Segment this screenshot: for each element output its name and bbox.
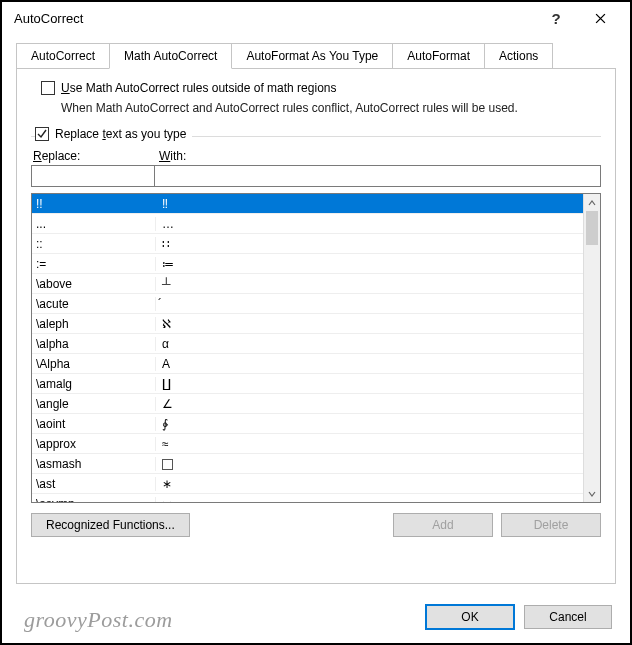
cell-replace: \acute [32,297,156,311]
cell-with: ≔ [156,257,583,271]
cell-replace: \aoint [32,417,156,431]
cell-with: … [156,217,583,231]
replacements-list[interactable]: !!‼...…::∷:=≔\above┴\acuté\alephℵ\alpha… [31,193,601,503]
header-with: With: [155,149,601,163]
cell-replace: \Alpha [32,357,156,371]
cell-with: ≈ [156,437,583,451]
cell-with: ́ [156,297,583,311]
help-button[interactable]: ? [534,4,578,32]
cell-with: ∠ [156,397,583,411]
delete-button[interactable]: Delete [501,513,601,537]
chevron-down-icon [588,490,596,498]
list-item[interactable]: \approx≈ [32,434,583,454]
dialog-body: AutoCorrect Math AutoCorrect AutoFormat … [2,34,630,584]
tab-autocorrect[interactable]: AutoCorrect [16,43,110,69]
cell-replace: := [32,257,156,271]
tab-strip: AutoCorrect Math AutoCorrect AutoFormat … [16,42,616,68]
cell-with: ┴ [156,277,583,291]
cell-with: α [156,337,583,351]
scroll-up-button[interactable] [584,194,600,211]
list-item[interactable]: \amalg∐ [32,374,583,394]
window-title: AutoCorrect [14,11,534,26]
cell-replace: \angle [32,397,156,411]
cell-replace: :: [32,237,156,251]
cell-replace: \aleph [32,317,156,331]
close-button[interactable] [578,4,622,32]
tab-autoformat[interactable]: AutoFormat [392,43,485,69]
cell-replace: \asmash [32,457,156,471]
tab-actions[interactable]: Actions [484,43,553,69]
cell-replace: \above [32,277,156,291]
list-item[interactable]: \asmash [32,454,583,474]
cell-replace: \alpha [32,337,156,351]
title-bar: AutoCorrect ? [2,2,630,34]
list-item[interactable]: :=≔ [32,254,583,274]
chevron-up-icon [588,199,596,207]
cell-with: ≍ [156,497,583,503]
cell-with: ∗ [156,477,583,491]
scroll-down-button[interactable] [584,485,600,502]
cell-with: ∳ [156,417,583,431]
header-replace: Replace: [31,149,155,163]
list-item[interactable]: \aoint∳ [32,414,583,434]
list-item[interactable]: \above┴ [32,274,583,294]
option-use-outside-math[interactable]: Use Math AutoCorrect rules outside of ma… [41,81,597,95]
list-item[interactable]: \alphaα [32,334,583,354]
conflict-note: When Math AutoCorrect and AutoCorrect ru… [61,101,597,115]
label-use-outside-math: Use Math AutoCorrect rules outside of ma… [61,81,336,95]
cell-replace: \ast [32,477,156,491]
scroll-thumb[interactable] [586,211,598,245]
scrollbar-vertical[interactable] [583,194,600,502]
dialog-footer: OK Cancel [426,605,612,629]
ok-button[interactable]: OK [426,605,514,629]
cell-replace: \asymp [32,497,156,503]
cell-replace: \approx [32,437,156,451]
cancel-button[interactable]: Cancel [524,605,612,629]
column-headers: Replace: With: [31,149,601,163]
checkmark-icon [37,129,47,139]
list-item[interactable]: \alephℵ [32,314,583,334]
input-row [31,165,601,187]
replace-input[interactable] [32,166,155,186]
list-item[interactable]: \AlphaΑ [32,354,583,374]
add-button[interactable]: Add [393,513,493,537]
list-item[interactable]: \acuté [32,294,583,314]
label-replace-as-you-type: Replace text as you type [55,127,186,141]
list-item[interactable]: ::∷ [32,234,583,254]
list-item[interactable]: ...… [32,214,583,234]
group-replace-as-you-type: Replace text as you type Replace: With: … [31,127,601,537]
checkbox-replace-as-you-type[interactable] [35,127,49,141]
cell-replace: \amalg [32,377,156,391]
with-input[interactable] [155,166,600,186]
cell-with: Α [156,357,583,371]
close-icon [595,13,606,24]
tab-math-autocorrect[interactable]: Math AutoCorrect [109,43,232,69]
cell-replace: !! [32,197,156,211]
cell-with [156,457,583,471]
list-item[interactable]: !!‼ [32,194,583,214]
list-item[interactable]: \ast∗ [32,474,583,494]
cell-with: ℵ [156,317,583,331]
recognized-functions-button[interactable]: Recognized Functions... [31,513,190,537]
tab-panel: Use Math AutoCorrect rules outside of ma… [16,68,616,584]
cell-with: ∐ [156,377,583,391]
watermark: groovyPost.com [24,607,173,633]
cell-with: ∷ [156,237,583,251]
list-item[interactable]: \angle∠ [32,394,583,414]
cell-with: ‼ [156,197,583,211]
scroll-track[interactable] [584,211,600,485]
cell-replace: ... [32,217,156,231]
panel-button-row: Recognized Functions... Add Delete [31,513,601,537]
tab-autoformat-as-you-type[interactable]: AutoFormat As You Type [231,43,393,69]
list-item[interactable]: \asymp≍ [32,494,583,502]
checkbox-use-outside-math[interactable] [41,81,55,95]
